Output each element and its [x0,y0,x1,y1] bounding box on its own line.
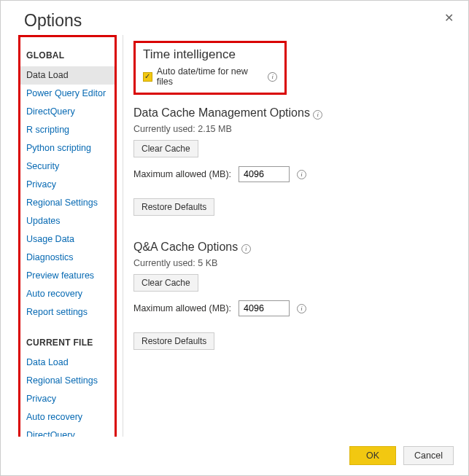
info-icon[interactable]: i [297,304,306,313]
sidebar-item-data-load[interactable]: Data Load [20,66,117,85]
data-cache-max-label: Maximum allowed (MB): [133,169,231,179]
dialog-footer: OK Cancel [349,446,454,465]
info-icon[interactable]: i [313,110,322,120]
sidebar-item-cf-regional-settings[interactable]: Regional Settings [25,372,115,390]
restore-defaults-button[interactable]: Restore Defaults [133,198,214,216]
sidebar-item-python-scripting[interactable]: Python scripting [25,139,115,157]
ok-button[interactable]: OK [349,446,396,465]
clear-cache-button[interactable]: Clear Cache [133,140,198,157]
time-intelligence-title: Time intelligence [143,47,277,62]
sidebar-item-security[interactable]: Security [25,157,115,176]
sidebar-item-cf-auto-recovery[interactable]: Auto recovery [25,408,115,426]
sidebar-item-cf-directquery[interactable]: DirectQuery [25,426,115,437]
sidebar-item-auto-recovery[interactable]: Auto recovery [25,285,115,303]
sidebar-item-power-query-editor[interactable]: Power Query Editor [25,85,115,103]
data-cache-section: Data Cache Management Options i Currentl… [133,106,457,216]
qa-cache-used: Currently used: 5 KB [133,258,457,268]
cancel-button[interactable]: Cancel [403,446,454,465]
titlebar: Options ✕ [1,1,468,35]
qa-cache-title: Q&A Cache Options [133,241,238,253]
close-icon[interactable]: ✕ [443,11,455,26]
auto-datetime-label: Auto date/time for new files [157,66,264,87]
sidebar-item-updates[interactable]: Updates [25,212,115,230]
main-panel: Time intelligence ✓ Auto date/time for n… [123,35,468,437]
data-cache-used: Currently used: 2.15 MB [133,124,457,134]
sidebar-heading-global: GLOBAL [26,50,115,61]
qa-cache-max-label: Maximum allowed (MB): [133,303,231,313]
sidebar-heading-current-file: CURRENT FILE [26,338,115,348]
info-icon[interactable]: i [297,170,306,179]
sidebar-item-usage-data[interactable]: Usage Data [25,230,115,249]
options-dialog: Options ✕ GLOBAL Data Load Power Query E… [0,0,469,476]
qa-restore-defaults-button[interactable]: Restore Defaults [133,332,214,350]
data-cache-title: Data Cache Management Options [133,106,310,119]
sidebar-item-cf-data-load[interactable]: Data Load [25,354,115,372]
qa-cache-section: Q&A Cache Options i Currently used: 5 KB… [133,241,457,350]
sidebar: GLOBAL Data Load Power Query Editor Dire… [18,35,117,437]
info-icon[interactable]: i [241,244,251,254]
qa-cache-max-input[interactable] [239,300,290,316]
info-icon[interactable]: i [268,72,277,82]
sidebar-item-directquery[interactable]: DirectQuery [25,103,115,121]
sidebar-item-cf-privacy[interactable]: Privacy [25,390,115,408]
sidebar-item-diagnostics[interactable]: Diagnostics [25,249,115,267]
time-intelligence-section: Time intelligence ✓ Auto date/time for n… [133,41,287,95]
sidebar-item-privacy[interactable]: Privacy [25,176,115,194]
auto-datetime-checkbox[interactable]: ✓ [143,72,152,82]
sidebar-item-preview-features[interactable]: Preview features [25,267,115,285]
dialog-title: Options [24,11,82,31]
data-cache-max-input[interactable] [239,166,290,182]
sidebar-item-r-scripting[interactable]: R scripting [25,121,115,139]
sidebar-item-regional-settings[interactable]: Regional Settings [25,194,115,212]
qa-clear-cache-button[interactable]: Clear Cache [133,274,198,292]
sidebar-item-report-settings[interactable]: Report settings [25,303,115,321]
